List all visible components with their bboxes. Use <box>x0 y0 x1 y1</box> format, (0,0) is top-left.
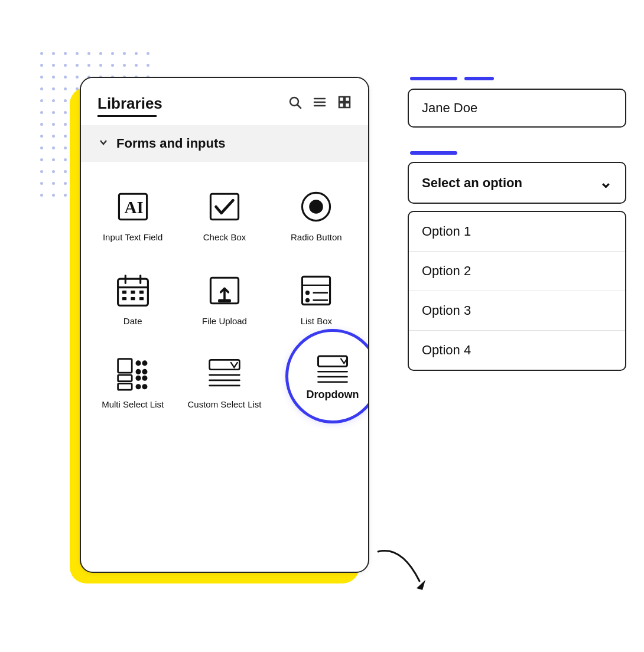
accent-line-2 <box>464 77 494 80</box>
component-date[interactable]: Date <box>87 257 178 341</box>
svg-point-28 <box>305 291 310 295</box>
panel-title: Libraries <box>97 94 162 113</box>
svg-rect-33 <box>118 375 132 382</box>
component-label-input-text-field: Input Text Field <box>103 232 162 243</box>
svg-rect-5 <box>339 97 344 102</box>
section-chevron-icon <box>97 136 109 151</box>
svg-rect-34 <box>118 383 132 390</box>
radio-icon <box>297 188 335 226</box>
libraries-panel: Libraries <box>80 77 369 573</box>
dropdown-circle-icon <box>316 352 349 385</box>
component-label-multi-select-list: Multi Select List <box>102 399 164 410</box>
svg-marker-51 <box>417 580 425 590</box>
right-panel: Jane Doe Select an option ⌄ Option 1 Opt… <box>408 77 626 371</box>
component-list-box[interactable]: List Box <box>271 257 362 341</box>
svg-point-35 <box>135 360 141 366</box>
component-label-date: Date <box>123 315 142 327</box>
component-file-upload[interactable]: File Upload <box>178 257 270 341</box>
component-radio-button[interactable]: Radio Button <box>271 174 362 257</box>
dropdown-circle-highlight[interactable]: Dropdown <box>285 329 369 423</box>
svg-point-40 <box>142 376 147 381</box>
svg-rect-8 <box>345 103 350 107</box>
component-dropdown[interactable]: Dropdown <box>271 341 362 425</box>
list-box-icon <box>297 272 335 309</box>
date-icon <box>114 272 152 309</box>
svg-point-36 <box>142 360 147 366</box>
component-input-text-field[interactable]: AI Input Text Field <box>87 174 178 257</box>
custom-select-icon <box>206 355 243 393</box>
option-1[interactable]: Option 1 <box>409 212 625 252</box>
top-accent-lines <box>410 77 626 80</box>
options-list: Option 1 Option 2 Option 3 Option 4 <box>408 211 626 371</box>
list-icon[interactable] <box>313 95 327 113</box>
svg-rect-6 <box>345 97 350 102</box>
option-2[interactable]: Option 2 <box>409 252 625 291</box>
file-upload-icon <box>206 272 243 309</box>
svg-rect-43 <box>210 360 240 369</box>
component-label-custom-select-list: Custom Select List <box>187 399 261 410</box>
svg-point-29 <box>305 298 310 302</box>
svg-line-1 <box>298 105 301 108</box>
checkbox-icon <box>206 188 243 226</box>
section-title: Forms and inputs <box>116 136 226 151</box>
svg-point-13 <box>310 200 324 214</box>
component-label-check-box: Check Box <box>203 232 246 243</box>
svg-point-41 <box>135 384 141 389</box>
svg-rect-32 <box>118 359 132 373</box>
components-grid: AI Input Text Field Check Box <box>81 162 368 436</box>
svg-rect-22 <box>131 296 135 299</box>
grid-icon[interactable] <box>337 95 352 113</box>
ai-input-icon: AI <box>114 188 152 226</box>
title-underline <box>97 115 157 117</box>
svg-point-42 <box>142 384 147 389</box>
svg-point-38 <box>142 369 147 374</box>
text-input-field[interactable]: Jane Doe <box>408 89 626 128</box>
component-label-file-upload: File Upload <box>202 315 247 327</box>
svg-point-39 <box>135 376 141 381</box>
component-multi-select-list[interactable]: Multi Select List <box>87 341 178 425</box>
accent-line-1 <box>410 77 457 80</box>
arrow-decoration <box>366 540 437 599</box>
svg-rect-21 <box>122 296 126 299</box>
svg-rect-18 <box>122 291 126 294</box>
search-icon[interactable] <box>288 95 302 113</box>
text-input-value: Jane Doe <box>422 100 477 115</box>
section-header[interactable]: Forms and inputs <box>81 125 368 162</box>
svg-rect-19 <box>131 291 135 294</box>
svg-rect-7 <box>339 103 344 107</box>
multi-select-icon <box>114 355 152 393</box>
option-4[interactable]: Option 4 <box>409 331 625 370</box>
header-icons <box>288 95 352 113</box>
svg-point-37 <box>135 369 141 374</box>
panel-header: Libraries <box>81 78 368 113</box>
option-3[interactable]: Option 3 <box>409 291 625 331</box>
select-dropdown[interactable]: Select an option ⌄ <box>408 162 626 204</box>
svg-rect-25 <box>218 299 231 302</box>
component-check-box[interactable]: Check Box <box>178 174 270 257</box>
single-accent-line <box>410 151 457 155</box>
component-label-radio-button: Radio Button <box>291 232 342 243</box>
dropdown-circle-label: Dropdown <box>306 389 359 401</box>
svg-rect-20 <box>139 291 144 294</box>
chevron-down-icon: ⌄ <box>599 174 612 192</box>
svg-rect-23 <box>139 296 144 299</box>
svg-text:AI: AI <box>124 198 143 217</box>
component-custom-select-list[interactable]: Custom Select List <box>178 341 270 425</box>
select-placeholder: Select an option <box>422 175 522 191</box>
component-label-list-box: List Box <box>301 315 332 327</box>
